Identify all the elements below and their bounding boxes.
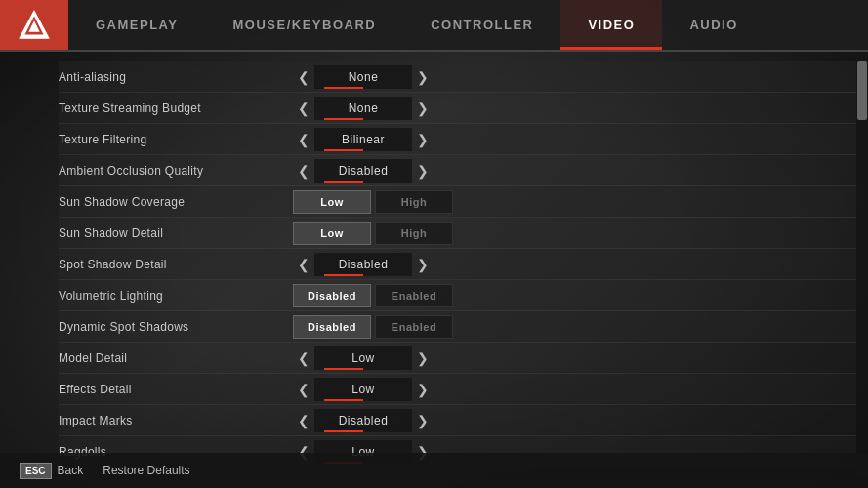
toggle-option1-button[interactable]: Low xyxy=(293,222,371,245)
value-box: Disabled xyxy=(314,409,412,432)
value-box: None xyxy=(314,97,412,120)
setting-control: ❮None❯ xyxy=(293,65,847,89)
back-button[interactable]: ESC Back xyxy=(20,463,83,479)
toggle-option2-button[interactable]: High xyxy=(375,190,453,214)
setting-label: Sun Shadow Coverage xyxy=(59,195,293,209)
restore-defaults-button[interactable]: Restore Defaults xyxy=(103,464,189,477)
arrow-left-button[interactable]: ❮ xyxy=(293,128,314,151)
setting-row: Effects Detail❮Low❯ xyxy=(59,374,856,405)
setting-label: Ambient Occlusion Quality xyxy=(59,164,293,178)
nav-tab-video[interactable]: VIDEO xyxy=(560,0,662,50)
arrow-left-button[interactable]: ❮ xyxy=(293,409,314,432)
arrow-right-button[interactable]: ❯ xyxy=(412,159,434,183)
value-box: Bilinear xyxy=(314,128,412,151)
setting-control: LowHigh xyxy=(293,222,847,245)
toggle-option1-button[interactable]: Low xyxy=(293,190,371,214)
value-box: Low xyxy=(314,346,412,370)
bottom-bar: ESC Back Restore Defaults xyxy=(0,453,868,488)
toggle-control: LowHigh xyxy=(293,190,453,214)
arrow-left-button[interactable]: ❮ xyxy=(293,378,314,401)
back-label: Back xyxy=(58,464,84,477)
setting-label: Effects Detail xyxy=(59,383,293,396)
setting-row: Texture Filtering❮Bilinear❯ xyxy=(59,124,856,155)
toggle-option2-button[interactable]: Enabled xyxy=(375,315,453,339)
toggle-control: LowHigh xyxy=(293,222,453,245)
toggle-option2-button[interactable]: Enabled xyxy=(375,284,453,307)
restore-defaults-label: Restore Defaults xyxy=(103,464,189,477)
nav-tab-mouse-keyboard[interactable]: MOUSE/KEYBOARD xyxy=(205,0,403,50)
nav-bar: GAMEPLAYMOUSE/KEYBOARDCONTROLLERVIDEOAUD… xyxy=(0,0,868,52)
setting-control: ❮Low❯ xyxy=(293,378,847,401)
toggle-option2-button[interactable]: High xyxy=(375,222,453,245)
arrow-right-button[interactable]: ❯ xyxy=(412,128,434,151)
setting-label: Spot Shadow Detail xyxy=(59,258,293,271)
setting-control: LowHigh xyxy=(293,190,847,214)
setting-label: Impact Marks xyxy=(59,414,293,427)
arrow-control: ❮Disabled❯ xyxy=(293,409,434,432)
nav-tabs: GAMEPLAYMOUSE/KEYBOARDCONTROLLERVIDEOAUD… xyxy=(68,0,868,50)
logo-area xyxy=(0,0,68,50)
setting-control: ❮Disabled❯ xyxy=(293,409,847,432)
arrow-right-button[interactable]: ❯ xyxy=(412,65,434,89)
nav-tab-audio[interactable]: AUDIO xyxy=(662,0,765,50)
arrow-right-button[interactable]: ❯ xyxy=(412,378,434,401)
setting-control: DisabledEnabled xyxy=(293,315,847,339)
nav-tab-controller[interactable]: CONTROLLER xyxy=(403,0,560,50)
value-text: Disabled xyxy=(339,258,389,271)
setting-label: Volumetric Lighting xyxy=(59,289,293,303)
setting-label: Texture Streaming Budget xyxy=(59,102,293,115)
toggle-control: DisabledEnabled xyxy=(293,315,453,339)
setting-control: ❮Disabled❯ xyxy=(293,253,847,276)
arrow-control: ❮Disabled❯ xyxy=(293,253,434,276)
esc-key: ESC xyxy=(20,463,52,479)
scrollbar[interactable] xyxy=(856,61,868,478)
arrow-control: ❮Disabled❯ xyxy=(293,159,434,183)
arrow-control: ❮Low❯ xyxy=(293,346,434,370)
value-box: Low xyxy=(314,378,412,401)
value-box: Disabled xyxy=(314,159,412,183)
scrollbar-thumb[interactable] xyxy=(857,61,867,120)
settings-panel: Anti-aliasing❮None❯Texture Streaming Bud… xyxy=(0,52,856,488)
apex-logo xyxy=(16,7,53,44)
arrow-control: ❮Bilinear❯ xyxy=(293,128,434,151)
value-text: Bilinear xyxy=(342,133,385,146)
setting-row: Texture Streaming Budget❮None❯ xyxy=(59,93,856,124)
arrow-control: ❮Low❯ xyxy=(293,378,434,401)
setting-row: Anti-aliasing❮None❯ xyxy=(59,61,856,93)
setting-control: ❮Bilinear❯ xyxy=(293,128,847,151)
arrow-right-button[interactable]: ❯ xyxy=(412,97,434,120)
arrow-left-button[interactable]: ❮ xyxy=(293,97,314,120)
arrow-control: ❮None❯ xyxy=(293,65,434,89)
main-content: Anti-aliasing❮None❯Texture Streaming Bud… xyxy=(0,52,868,488)
setting-row: Model Detail❮Low❯ xyxy=(59,343,856,374)
arrow-control: ❮None❯ xyxy=(293,97,434,120)
arrow-right-button[interactable]: ❯ xyxy=(412,253,434,276)
arrow-left-button[interactable]: ❮ xyxy=(293,65,314,89)
setting-control: DisabledEnabled xyxy=(293,284,847,307)
setting-control: ❮None❯ xyxy=(293,97,847,120)
toggle-option1-button[interactable]: Disabled xyxy=(293,284,371,307)
arrow-left-button[interactable]: ❮ xyxy=(293,253,314,276)
setting-control: ❮Low❯ xyxy=(293,346,847,370)
value-text: None xyxy=(349,102,379,115)
arrow-right-button[interactable]: ❯ xyxy=(412,409,434,432)
setting-control: ❮Disabled❯ xyxy=(293,159,847,183)
setting-row: Sun Shadow DetailLowHigh xyxy=(59,218,856,249)
value-text: Low xyxy=(351,351,375,365)
value-text: Low xyxy=(351,383,375,396)
arrow-left-button[interactable]: ❮ xyxy=(293,346,314,370)
arrow-right-button[interactable]: ❯ xyxy=(412,346,434,370)
toggle-option1-button[interactable]: Disabled xyxy=(293,315,371,339)
nav-tab-gameplay[interactable]: GAMEPLAY xyxy=(68,0,205,50)
setting-row: Dynamic Spot ShadowsDisabledEnabled xyxy=(59,311,856,343)
value-text: Disabled xyxy=(339,164,389,178)
setting-row: Impact Marks❮Disabled❯ xyxy=(59,405,856,436)
setting-row: Volumetric LightingDisabledEnabled xyxy=(59,280,856,311)
settings-list: Anti-aliasing❮None❯Texture Streaming Bud… xyxy=(59,61,856,468)
setting-row: Spot Shadow Detail❮Disabled❯ xyxy=(59,249,856,280)
value-box: None xyxy=(314,65,412,89)
setting-label: Dynamic Spot Shadows xyxy=(59,320,293,334)
toggle-control: DisabledEnabled xyxy=(293,284,453,307)
arrow-left-button[interactable]: ❮ xyxy=(293,159,314,183)
setting-label: Sun Shadow Detail xyxy=(59,226,293,240)
